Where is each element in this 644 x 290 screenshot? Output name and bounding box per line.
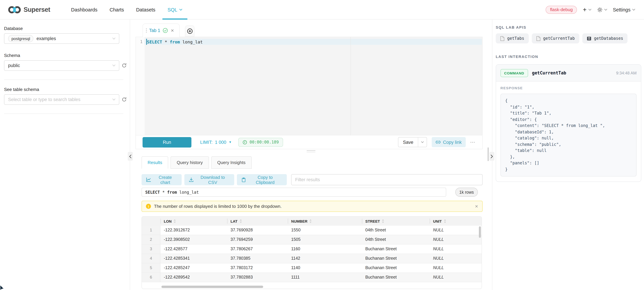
sidebar: Database postgresql examples Schema publ… bbox=[0, 19, 130, 290]
table-cell: 37.780385 bbox=[227, 254, 288, 263]
table-select[interactable]: Select table or type to search tables bbox=[4, 94, 119, 105]
refresh-schemas-button[interactable] bbox=[122, 63, 127, 68]
table-cell: Buchanan Street bbox=[362, 263, 430, 273]
nav-item-charts[interactable]: Charts bbox=[104, 0, 130, 19]
command-name: getCurrentTab bbox=[532, 70, 566, 75]
limit-dropdown[interactable]: LIMIT: 1 000 ▼ bbox=[200, 140, 232, 145]
table-cell: -122.4285341 bbox=[160, 254, 227, 263]
query-success-icon bbox=[162, 28, 168, 33]
more-options-button[interactable]: ⋯ bbox=[470, 139, 476, 145]
sun-icon bbox=[597, 7, 602, 12]
scrollbar-thumb[interactable] bbox=[488, 148, 489, 161]
table-cell: -122.4285247 bbox=[160, 263, 227, 273]
getDatabases-button[interactable]: getDatabases bbox=[582, 33, 628, 43]
table-cell: 1140 bbox=[288, 263, 362, 273]
row-number: 6 bbox=[142, 273, 160, 282]
sql-editor[interactable]: 1 SELECT * from long_lat Run LIMIT: 1 00… bbox=[136, 37, 482, 149]
save-split-button: Save bbox=[398, 137, 427, 147]
sql-code: SELECT * from long_lat bbox=[147, 39, 203, 44]
nav-item-dashboards[interactable]: Dashboards bbox=[65, 0, 104, 19]
line-number: 1 bbox=[136, 39, 142, 44]
chevron-left-icon bbox=[129, 154, 132, 158]
expand-panel-button[interactable] bbox=[489, 152, 494, 161]
results-tabbar: ResultsQuery historyQuery Insights bbox=[142, 156, 252, 169]
run-button[interactable]: Run bbox=[142, 137, 192, 147]
settings-menu[interactable]: Settings bbox=[613, 7, 635, 12]
row-count-badge: 1k rows bbox=[455, 188, 478, 197]
refresh-tables-button[interactable] bbox=[122, 97, 127, 102]
close-warning-icon[interactable]: ✕ bbox=[475, 204, 478, 209]
save-options-caret[interactable] bbox=[418, 137, 427, 147]
table-cell: 1550 bbox=[288, 226, 362, 235]
tab-results[interactable]: Results bbox=[142, 156, 168, 169]
row-number: 2 bbox=[142, 235, 160, 244]
limit-label: LIMIT: bbox=[200, 140, 213, 145]
chevron-down-icon bbox=[604, 8, 607, 10]
vertical-scrollbar-thumb[interactable] bbox=[479, 226, 481, 238]
sort-icon[interactable] bbox=[174, 219, 176, 223]
editor-tab-1[interactable]: Tab 1 ✕ bbox=[142, 23, 180, 37]
column-header-number[interactable]: NUMBER bbox=[288, 217, 362, 226]
tab-query-insights[interactable]: Query Insights bbox=[211, 156, 252, 169]
nav-item-sql[interactable]: SQL bbox=[162, 0, 188, 19]
elapsed-timer: 00:00:00.189 bbox=[238, 138, 283, 147]
table-cell: NULL bbox=[430, 263, 482, 273]
column-header-street[interactable]: STREET bbox=[362, 217, 430, 226]
panel-resize-handle[interactable] bbox=[307, 150, 316, 153]
chevron-down-icon bbox=[632, 8, 635, 10]
column-header-unit[interactable]: UNIT bbox=[430, 217, 482, 226]
new-dropdown[interactable]: + bbox=[583, 6, 591, 13]
row-number: 3 bbox=[142, 245, 160, 254]
table-cell: 1160 bbox=[288, 245, 362, 254]
table-cell: 37.7803172 bbox=[227, 263, 288, 273]
sort-icon[interactable] bbox=[310, 219, 312, 223]
drag-handle-icon[interactable] bbox=[146, 28, 147, 33]
collapse-sidebar-button[interactable] bbox=[128, 152, 133, 161]
clock-icon bbox=[243, 140, 247, 144]
brand-name: Superset bbox=[24, 6, 50, 13]
warning-icon: ! bbox=[146, 204, 151, 209]
database-select[interactable]: postgresql examples bbox=[4, 33, 119, 44]
database-value: examples bbox=[36, 36, 56, 41]
getCurrentTab-button[interactable]: getCurrentTab bbox=[532, 33, 579, 43]
limit-value: 1 000 bbox=[215, 140, 226, 145]
chevron-down-icon bbox=[112, 37, 116, 40]
table-cell: -122.4289542 bbox=[160, 273, 227, 282]
sql-lab-apis-panel: SQL LAB APIS getTabsgetCurrentTabgetData… bbox=[492, 19, 644, 290]
copy-link-button[interactable]: Copy link bbox=[432, 137, 466, 147]
save-button[interactable]: Save bbox=[398, 137, 418, 147]
file-icon bbox=[536, 36, 540, 41]
copy-to-clipboard-button[interactable]: Copy to Clipboard bbox=[237, 174, 287, 185]
sort-icon[interactable] bbox=[240, 219, 242, 223]
getTabs-button[interactable]: getTabs bbox=[496, 33, 528, 43]
circled-plus-icon bbox=[187, 28, 192, 34]
tab-query-history[interactable]: Query history bbox=[171, 156, 209, 169]
superset-logo[interactable]: Superset bbox=[8, 5, 50, 14]
table-row: 3-122.42857737.78062671160Buchanan Stree… bbox=[142, 245, 482, 254]
schema-select[interactable]: public bbox=[4, 60, 119, 71]
superset-logo-icon bbox=[8, 5, 21, 14]
caret-down-icon: ▼ bbox=[229, 140, 232, 144]
column-header-lat[interactable]: LAT bbox=[227, 217, 288, 226]
app-header: Superset DashboardsChartsDatasetsSQL fla… bbox=[0, 0, 644, 19]
table-header: LONLATNUMBERSTREETUNIT bbox=[142, 217, 482, 226]
apis-panel-title: SQL LAB APIS bbox=[496, 25, 641, 29]
column-header-lon[interactable]: LON bbox=[160, 217, 227, 226]
add-tab-button[interactable] bbox=[185, 25, 194, 37]
command-timestamp: 9:34:48 AM bbox=[616, 70, 636, 75]
theme-dropdown[interactable] bbox=[597, 7, 607, 12]
results-actions: Create chartDownload to CSVCopy to Clipb… bbox=[142, 174, 482, 185]
sort-icon[interactable] bbox=[444, 219, 446, 223]
create-chart-button[interactable]: Create chart bbox=[142, 174, 182, 185]
table-cell: -122.3912672 bbox=[160, 226, 227, 235]
nav-item-datasets[interactable]: Datasets bbox=[130, 0, 162, 19]
download-to-csv-button[interactable]: Download to CSV bbox=[184, 174, 234, 185]
close-tab-icon[interactable]: ✕ bbox=[171, 28, 174, 33]
chevron-down-icon bbox=[112, 64, 116, 67]
elapsed-time-value: 00:00:00.189 bbox=[250, 140, 279, 144]
horizontal-scrollbar[interactable] bbox=[142, 285, 482, 289]
horizontal-scrollbar-thumb[interactable] bbox=[162, 286, 263, 288]
refresh-icon bbox=[122, 97, 127, 102]
filter-results-input[interactable] bbox=[291, 174, 482, 185]
sort-icon[interactable] bbox=[382, 219, 384, 223]
